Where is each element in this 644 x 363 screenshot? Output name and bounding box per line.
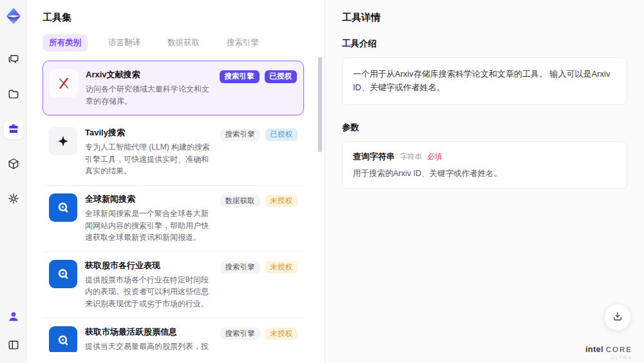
category-badge: 搜索引擎	[220, 70, 260, 83]
tab-category-3[interactable]: 搜索引擎	[220, 34, 265, 52]
intel-ultra-label: ULTRA	[611, 355, 632, 360]
arxiv-icon	[50, 69, 78, 97]
tool-name: Arxiv文献搜索	[86, 69, 212, 81]
download-button[interactable]	[604, 304, 631, 331]
sidebar-item-packages[interactable]	[4, 155, 23, 174]
auth-status-badge: 已授权	[265, 128, 298, 141]
left-sidebar	[0, 0, 27, 363]
gear-icon	[7, 192, 20, 207]
tool-description: 专为人工智能代理 (LLM) 构建的搜索引擎工具，可快速提供实时、准确和真实的结…	[85, 141, 213, 177]
tool-details-panel: 工具详情 工具介绍 一个用于从Arxiv存储库搜索科学论文和文章的工具。 输入可…	[325, 0, 644, 363]
sidebar-item-panel-toggle[interactable]	[4, 336, 23, 355]
tool-description: 访问各个研究领域大量科学论文和文章的存储库。	[86, 83, 212, 107]
sidebar-item-account[interactable]	[4, 308, 23, 327]
tab-category-2[interactable]: 数据获取	[161, 34, 206, 52]
rail-bottom	[4, 308, 23, 357]
tab-category-0[interactable]: 所有类别	[43, 34, 88, 52]
category-badge: 搜索引擎	[220, 328, 260, 340]
download-icon	[612, 311, 623, 324]
app-logo-icon[interactable]	[4, 6, 23, 26]
intel-core-logo: intel CORE	[585, 344, 632, 354]
q-search-icon	[49, 260, 77, 288]
tool-list-item[interactable]: 获取市场最活跃股票信息提供当天交易量最高的股票列表，投资者可以利用这些信息来识别…	[43, 319, 304, 352]
tool-list-item[interactable]: 获取股市各行业表现提供股票市场各个行业在特定时间段内的表现。投资者可以利用这些信…	[43, 252, 304, 319]
page-title: 工具集	[43, 12, 310, 24]
param-type: 字符串	[400, 152, 422, 162]
sidebar-item-files[interactable]	[4, 85, 23, 104]
tool-description: 全球新闻搜索是一个聚合全球各大新闻网站内容的搜索引擎，帮助用户快速获取全球最新资…	[85, 208, 213, 244]
folder-icon	[7, 88, 20, 103]
rail-nav	[4, 50, 23, 209]
param-required-badge: 必填	[428, 152, 442, 162]
scrollbar-thumb[interactable]	[318, 57, 322, 152]
tool-list-item[interactable]: 全球新闻搜索全球新闻搜索是一个聚合全球各大新闻网站内容的搜索引擎，帮助用户快速获…	[43, 186, 304, 252]
sparkle-icon	[49, 127, 77, 155]
category-badge: 数据获取	[220, 195, 260, 208]
details-title: 工具详情	[342, 12, 627, 24]
param-description: 用于搜索的Arxiv ID、关键字或作者姓名。	[353, 168, 616, 179]
tool-description: 提供当天交易量最高的股票列表，投资者可以利用这些信息来识别流动性强的股票和潜在的…	[85, 340, 213, 352]
tool-intro-text: 一个用于从Arxiv存储库搜索科学论文和文章的工具。 输入可以是Arxiv ID…	[353, 68, 616, 95]
tool-list-item[interactable]: Arxiv文献搜索访问各个研究领域大量科学论文和文章的存储库。搜索引擎已授权	[43, 61, 304, 115]
cube-icon	[7, 157, 20, 172]
tool-name: 全球新闻搜索	[85, 193, 213, 205]
q-search-icon	[49, 193, 77, 222]
params-heading: 参数	[342, 122, 627, 133]
param-name: 查询字符串	[353, 151, 395, 162]
list-scrollbar[interactable]	[318, 57, 322, 348]
briefcase-icon	[7, 123, 20, 137]
tool-list-item[interactable]: Tavily搜索专为人工智能代理 (LLM) 构建的搜索引擎工具，可快速提供实时…	[43, 119, 304, 186]
tool-description: 提供股票市场各个行业在特定时间段内的表现。投资者可以利用这些信息来识别表现优于或…	[85, 274, 213, 310]
tool-name: 获取市场最活跃股票信息	[85, 326, 213, 338]
app-window: 工具集 所有类别语言翻译数据获取搜索引擎 Arxiv文献搜索访问各个研究领域大量…	[0, 0, 644, 363]
auth-status-badge: 未授权	[265, 328, 298, 340]
parameter-card: 查询字符串 字符串 必填 用于搜索的Arxiv ID、关键字或作者姓名。	[342, 141, 627, 189]
user-icon	[7, 310, 20, 325]
q-search-icon	[49, 326, 77, 352]
toolset-panel: 工具集 所有类别语言翻译数据获取搜索引擎 Arxiv文献搜索访问各个研究领域大量…	[27, 0, 325, 363]
panel-icon	[7, 338, 20, 353]
tool-name: Tavily搜索	[85, 127, 213, 139]
category-tabs: 所有类别语言翻译数据获取搜索引擎	[43, 34, 310, 52]
tab-category-1[interactable]: 语言翻译	[102, 34, 147, 52]
chat-icon	[7, 53, 20, 68]
auth-status-badge: 未授权	[265, 261, 298, 274]
tool-name: 获取股市各行业表现	[85, 260, 213, 271]
category-badge: 搜索引擎	[220, 261, 260, 274]
sidebar-item-chat[interactable]	[4, 50, 23, 70]
sidebar-item-tools[interactable]	[4, 120, 23, 139]
auth-status-badge: 未授权	[265, 195, 298, 208]
auth-status-badge: 已授权	[265, 70, 298, 83]
tool-list: Arxiv文献搜索访问各个研究领域大量科学论文和文章的存储库。搜索引擎已授权Ta…	[43, 61, 310, 352]
category-badge: 搜索引擎	[220, 128, 260, 141]
sidebar-item-settings[interactable]	[4, 190, 23, 209]
intro-heading: 工具介绍	[342, 38, 627, 50]
tool-intro-box: 一个用于从Arxiv存储库搜索科学论文和文章的工具。 输入可以是Arxiv ID…	[342, 57, 627, 105]
